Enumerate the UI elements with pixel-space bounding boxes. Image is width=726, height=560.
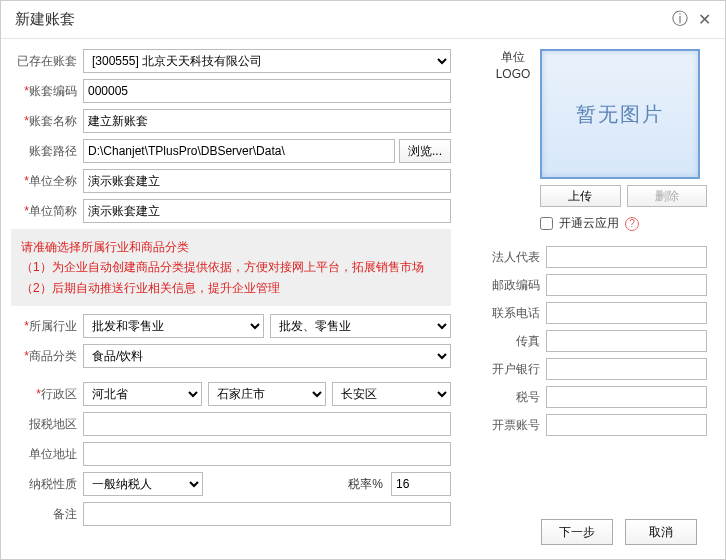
phone-input[interactable]: [546, 302, 707, 324]
bank-input[interactable]: [546, 358, 707, 380]
footer: 下一步 取消: [541, 519, 697, 545]
code-input[interactable]: [83, 79, 451, 103]
category-label: 商品分类: [29, 349, 77, 363]
zip-input[interactable]: [546, 274, 707, 296]
category-select[interactable]: 食品/饮料: [83, 344, 451, 368]
path-input[interactable]: [83, 139, 395, 163]
cancel-button[interactable]: 取消: [625, 519, 697, 545]
close-icon[interactable]: ✕: [698, 10, 711, 29]
taxrate-input[interactable]: [391, 472, 451, 496]
legal-input[interactable]: [546, 246, 707, 268]
cloud-label: 开通云应用: [559, 215, 619, 232]
bank-label: 开户银行: [492, 361, 546, 378]
title-bar: 新建账套 ⓘ ✕: [1, 1, 725, 39]
industry-main-select[interactable]: 批发和零售业: [83, 314, 264, 338]
remark-label: 备注: [11, 506, 83, 523]
region-label: 行政区: [41, 387, 77, 401]
left-form: 已存在账套 [300555] 北京天天科技有限公司 *账套编码 *账套名称 账套…: [11, 49, 451, 532]
next-button[interactable]: 下一步: [541, 519, 613, 545]
help-icon[interactable]: ⓘ: [672, 9, 688, 30]
phone-label: 联系电话: [492, 305, 546, 322]
taxtype-select[interactable]: 一般纳税人: [83, 472, 203, 496]
district-select[interactable]: 长安区: [332, 382, 451, 406]
taxrate-label: 税率%: [348, 476, 383, 493]
zip-label: 邮政编码: [492, 277, 546, 294]
fax-input[interactable]: [546, 330, 707, 352]
upload-button[interactable]: 上传: [540, 185, 621, 207]
address-label: 单位地址: [11, 446, 83, 463]
industry-label: 所属行业: [29, 319, 77, 333]
instructions: 请准确选择所属行业和商品分类 （1）为企业自动创建商品分类提供依据，方便对接网上…: [11, 229, 451, 306]
name-input[interactable]: [83, 109, 451, 133]
legal-label: 法人代表: [492, 249, 546, 266]
delete-button[interactable]: 删除: [627, 185, 708, 207]
taxno-label: 税号: [492, 389, 546, 406]
existing-account-label: 已存在账套: [11, 53, 83, 70]
shortname-label: 单位简称: [29, 204, 77, 218]
industry-sub-select[interactable]: 批发、零售业: [270, 314, 451, 338]
fullname-input[interactable]: [83, 169, 451, 193]
cloud-checkbox[interactable]: [540, 217, 553, 230]
remark-input[interactable]: [83, 502, 451, 526]
taxno-input[interactable]: [546, 386, 707, 408]
help-icon[interactable]: ?: [625, 217, 639, 231]
city-select[interactable]: 石家庄市: [208, 382, 327, 406]
fullname-label: 单位全称: [29, 174, 77, 188]
taxloc-input[interactable]: [83, 412, 451, 436]
window-title: 新建账套: [15, 10, 75, 29]
fax-label: 传真: [492, 333, 546, 350]
name-label: 账套名称: [29, 114, 77, 128]
province-select[interactable]: 河北省: [83, 382, 202, 406]
taxloc-label: 报税地区: [11, 416, 83, 433]
invoice-label: 开票账号: [492, 417, 546, 434]
right-panel: 单位 LOGO 暂无图片 上传 删除 开通云应用 ? 法人代表 邮政编码 联系电…: [492, 49, 707, 532]
taxtype-label: 纳税性质: [11, 476, 83, 493]
address-input[interactable]: [83, 442, 451, 466]
code-label: 账套编码: [29, 84, 77, 98]
invoice-input[interactable]: [546, 414, 707, 436]
browse-button[interactable]: 浏览...: [399, 139, 451, 163]
logo-placeholder: 暂无图片: [540, 49, 700, 179]
shortname-input[interactable]: [83, 199, 451, 223]
existing-account-select[interactable]: [300555] 北京天天科技有限公司: [83, 49, 451, 73]
path-label: 账套路径: [11, 143, 83, 160]
logo-label: 单位 LOGO: [492, 49, 534, 179]
